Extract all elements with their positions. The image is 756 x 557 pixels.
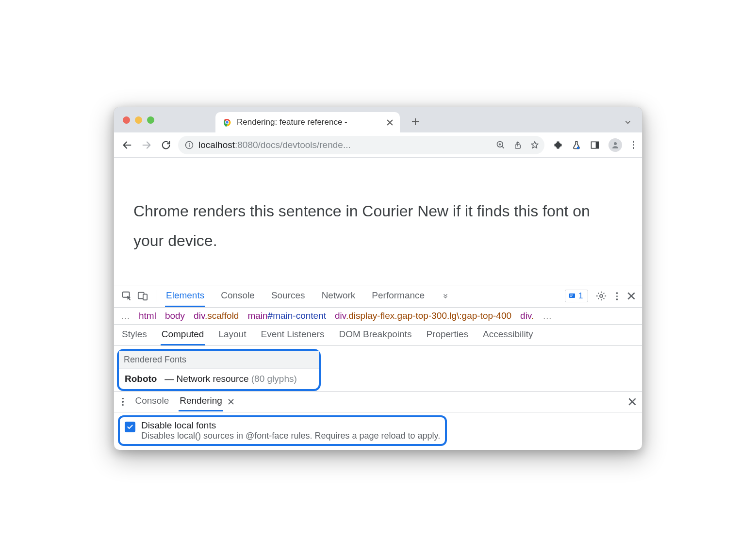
svg-point-11 [614, 142, 617, 145]
sidepanel-tab-properties[interactable]: Properties [425, 325, 469, 345]
site-info-icon[interactable] [185, 141, 194, 149]
page-viewport: Chrome renders this sentence in Courier … [114, 158, 642, 285]
font-glyphs: (80 glyphs) [251, 374, 297, 384]
breadcrumb-item[interactable]: main#main-content [247, 311, 326, 321]
settings-gear-icon[interactable] [596, 291, 607, 301]
forward-button[interactable] [139, 138, 154, 152]
rendered-font-entry: Roboto — Network resource (80 glyphs) [119, 369, 319, 389]
maximize-window-button[interactable] [147, 116, 154, 124]
tab-title: Rendering: feature reference - [237, 117, 382, 127]
tab-performance[interactable]: Performance [371, 285, 426, 307]
tab-bar: Rendering: feature reference - [114, 107, 642, 132]
font-name: Roboto [125, 374, 157, 384]
tab-elements[interactable]: Elements [165, 285, 205, 307]
tab-search-button[interactable] [624, 118, 632, 127]
chrome-menu-icon[interactable] [631, 139, 637, 151]
window-controls [123, 116, 154, 124]
bookmark-star-icon[interactable] [530, 140, 540, 150]
breadcrumb-item[interactable]: html [139, 311, 156, 321]
devtools-topright: 1 [565, 290, 635, 302]
device-toolbar-icon[interactable] [136, 290, 149, 302]
extensions-icon[interactable] [553, 140, 563, 150]
svg-rect-5 [189, 144, 190, 147]
breadcrumb-item[interactable]: body [165, 311, 185, 321]
svg-rect-10 [595, 142, 598, 148]
drawer-tab-console[interactable]: Console [134, 392, 170, 411]
svg-point-8 [576, 147, 579, 149]
divider [157, 290, 157, 302]
tab-network[interactable]: Network [321, 285, 357, 307]
toolbar-icons [553, 138, 637, 152]
url-text: localhost:8080/docs/devtools/rende... [198, 140, 351, 150]
new-tab-button[interactable] [408, 114, 423, 130]
svg-point-4 [189, 143, 190, 144]
close-window-button[interactable] [123, 116, 130, 124]
more-tabs-button[interactable] [441, 293, 450, 299]
rendered-fonts-highlight: Rendered Fonts Roboto — Network resource… [117, 349, 321, 391]
close-tab-button[interactable] [387, 119, 393, 126]
svg-rect-14 [143, 295, 147, 300]
browser-window: Rendering: feature reference - loc [114, 107, 642, 450]
disable-local-fonts-checkbox[interactable] [125, 422, 135, 432]
option-description: Disables local() sources in @font-face r… [141, 431, 440, 441]
sidepanel-tab-styles[interactable]: Styles [121, 325, 148, 345]
svg-point-18 [600, 295, 603, 297]
back-button[interactable] [120, 138, 134, 152]
profile-avatar[interactable] [608, 138, 622, 152]
sidepanel-tab-layout[interactable]: Layout [217, 325, 247, 345]
issues-button[interactable]: 1 [565, 290, 588, 302]
close-drawer-button[interactable] [628, 398, 636, 406]
tab-console[interactable]: Console [220, 285, 256, 307]
breadcrumb-item[interactable]: div.scaffold [194, 311, 239, 321]
inspect-element-icon[interactable] [121, 290, 133, 302]
chrome-favicon-icon [222, 117, 232, 127]
breadcrumb-overflow-left[interactable]: … [121, 311, 130, 321]
browser-tab[interactable]: Rendering: feature reference - [215, 112, 400, 132]
devtools-topbar: Elements Console Sources Network Perform… [114, 285, 642, 308]
font-source: — Network resource [164, 374, 248, 384]
breadcrumb-item[interactable]: div. [520, 311, 534, 321]
svg-rect-17 [570, 296, 572, 296]
close-devtools-button[interactable] [627, 292, 635, 300]
svg-rect-15 [569, 294, 575, 298]
drawer-tab-rendering[interactable]: Rendering [179, 392, 223, 411]
sidepanel-tab-accessibility[interactable]: Accessibility [482, 325, 534, 345]
reload-button[interactable] [159, 138, 173, 152]
svg-rect-16 [570, 295, 573, 295]
option-title: Disable local fonts [141, 420, 440, 431]
devtools-tabs: Elements Console Sources Network Perform… [165, 285, 562, 307]
breadcrumb-item[interactable]: div.display-flex.gap-top-300.lg\:gap-top… [335, 311, 511, 321]
dom-breadcrumb[interactable]: … html body div.scaffold main#main-conte… [114, 308, 642, 325]
devtools-menu-icon[interactable] [614, 290, 620, 302]
labs-icon[interactable] [572, 140, 581, 150]
option-text: Disable local fonts Disables local() sou… [141, 420, 440, 441]
omnibox-actions [496, 140, 540, 150]
drawer-tabs: Console Rendering [114, 391, 642, 412]
sidepanel-tab-event-listeners[interactable]: Event Listeners [260, 325, 325, 345]
sidepanel-tab-computed[interactable]: Computed [161, 325, 205, 345]
zoom-icon[interactable] [496, 140, 506, 150]
page-sentence: Chrome renders this sentence in Courier … [133, 197, 623, 256]
drawer-menu-icon[interactable] [120, 396, 126, 408]
browser-toolbar: localhost:8080/docs/devtools/rende... [114, 132, 642, 158]
address-bar[interactable]: localhost:8080/docs/devtools/rende... [178, 136, 544, 154]
tab-sources[interactable]: Sources [270, 285, 306, 307]
breadcrumb-overflow-right[interactable]: … [542, 311, 552, 321]
sidepanel-tab-dom-breakpoints[interactable]: DOM Breakpoints [338, 325, 412, 345]
devtools-panel: Elements Console Sources Network Perform… [114, 285, 642, 446]
disable-local-fonts-highlight: Disable local fonts Disables local() sou… [118, 415, 447, 446]
side-panel-icon[interactable] [590, 140, 600, 150]
elements-sidepanel-tabs: Styles Computed Layout Event Listeners D… [114, 325, 642, 346]
close-rendering-tab-button[interactable] [228, 399, 234, 405]
rendered-fonts-header: Rendered Fonts [119, 351, 319, 369]
share-icon[interactable] [513, 140, 522, 150]
minimize-window-button[interactable] [135, 116, 142, 124]
